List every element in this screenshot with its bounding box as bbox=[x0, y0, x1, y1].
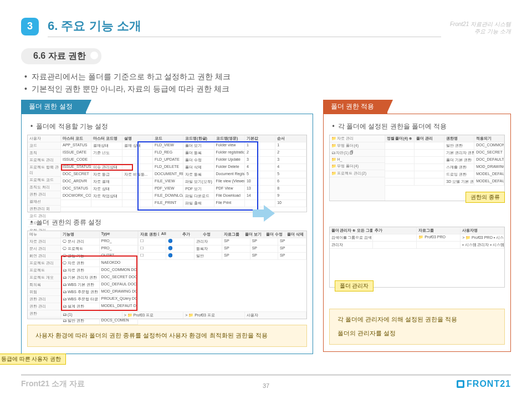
arrow-right-icon bbox=[253, 205, 275, 222]
page-title: 6. 주요 기능 소개 bbox=[48, 18, 441, 34]
callout-user-grade: 자료 등급에 따른 사용자 권한 bbox=[0, 354, 66, 365]
section-number-badge: 3 bbox=[21, 18, 39, 35]
screenshot-grid-1: 사용자코드조직프로젝트 관리프로젝트 항목 관리프로젝트 코드조직도 처리권한 … bbox=[27, 135, 307, 212]
svg-marker-0 bbox=[253, 205, 275, 222]
screenshot-apply-top: 📁 자료 관리📁 무명 폴더(4)🗂 자판(1) 🗐📁 H_📁 무명 폴더(4)… bbox=[329, 135, 505, 201]
screenshot-grid-2: 메뉴자료 관리문서 관리화면 관리프로젝트 관리프로젝트프로젝트 개요회의록위험… bbox=[27, 231, 307, 319]
right-section-box: 각 폴더에 설정된 권한을 폴더에 적용 📁 자료 관리📁 무명 폴더(4)🗂 … bbox=[323, 114, 511, 352]
left-sub1: 폴더에 적용할 기능 설정 bbox=[30, 122, 307, 131]
right-note: 각 폴더에 관리자에 의해 설정된 권한을 적용 폴더의 관리자를 설정 bbox=[329, 309, 505, 345]
left-note: 사용자 환경에 따라 폴더의 권한 종류를 설정하여 사용자 환경에 최적화된 … bbox=[27, 325, 307, 347]
intro-bullets: 자료관리에서는 폴더를 기준으로 하고 설정하고 권한 체크 기본적인 권한 뿐… bbox=[24, 72, 511, 94]
header-meta: Front21 자료관리 시스템 주요 기능 소개 bbox=[450, 21, 511, 35]
footer-page-number: 37 bbox=[263, 382, 269, 389]
right-section-tab: 폴더 권한 적용 bbox=[323, 100, 388, 114]
subheading: 6.6 자료 권한 bbox=[21, 48, 101, 64]
left-section-tab: 폴더 권한 설정 bbox=[21, 100, 86, 114]
footer-logo: FRONT21 bbox=[457, 379, 511, 389]
logo-icon bbox=[457, 380, 464, 388]
right-sub: 각 폴더에 설정된 권한을 폴더에 적용 bbox=[332, 122, 505, 131]
screenshot-apply-bottom: 폴더 관리자 ⊕ 모든 그룹 폴더에 적용 ⊘ 제거추가자료그룹사용자명 검색어… bbox=[329, 227, 505, 288]
footer-doc-title: Front21 소개 자료 bbox=[21, 379, 85, 389]
callout-permission-type: 권한의 종류 bbox=[466, 192, 505, 203]
left-section-box: 폴더에 적용할 기능 설정 사용자코드조직프로젝트 관리프로젝트 항목 관리프로… bbox=[21, 114, 313, 354]
callout-folder-manager: 폴더 관리자 bbox=[335, 280, 374, 291]
